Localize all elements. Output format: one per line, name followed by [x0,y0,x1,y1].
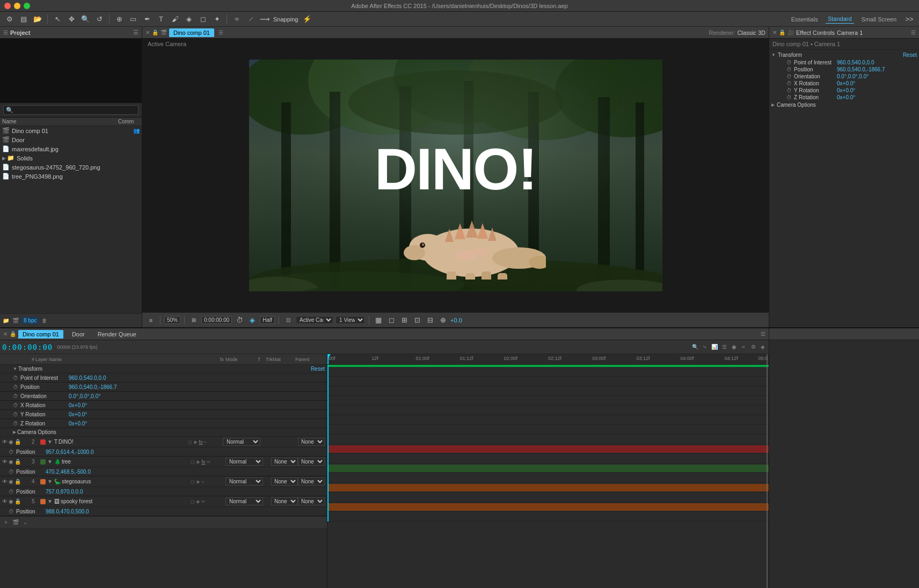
effects-menu-icon[interactable]: ☰ [911,30,916,35]
layer-2-pos-value[interactable]: 957.0,614.4,-1000.0 [46,449,94,455]
comp-ruler-icon[interactable]: ⊟ [425,315,435,326]
layer-3-expand-icon[interactable]: ▼ [47,459,53,465]
layer-2-shy-icon[interactable]: ☻ [193,439,198,445]
stopwatch-icon-orient[interactable]: ⏱ [786,74,792,79]
renderer-value[interactable]: Classic 3D [737,30,765,36]
eraser-tool-icon[interactable]: ◻ [198,14,208,25]
shape-tool-icon[interactable]: ▭ [128,14,138,25]
tl-comp-icon[interactable]: 🎬 [12,519,19,526]
layer-2-pos-stopwatch[interactable]: ⏱ [9,449,14,455]
motion-blur-icon[interactable]: ≈ [231,14,242,25]
layer-4-trkmat-select[interactable]: None [271,477,298,486]
layer-2-color-chip[interactable] [40,439,46,445]
pos-stopwatch[interactable]: ⏱ [13,384,18,390]
clone-tool-icon[interactable]: ◈ [184,14,194,25]
camera-options-expand-icon[interactable] [771,102,775,107]
dupe-icon[interactable]: ⟿ [259,14,270,25]
layer-3-pos-stopwatch[interactable]: ⏱ [9,469,14,475]
zoom-tool-icon[interactable]: 🔍 [80,14,91,25]
layer-4-visible-icon[interactable]: 👁 [2,479,8,484]
tl-motion-icon[interactable]: ≈ [740,343,747,351]
layer-3-pencil-icon[interactable]: ✏ [207,459,211,465]
close-button[interactable] [4,3,11,9]
timeline-tab-door[interactable]: Door [68,330,89,339]
pen-tool-icon[interactable]: ✒ [142,14,152,25]
poi-value[interactable]: 960.0,540.0,0.0 [69,375,106,381]
effects-close-icon[interactable]: ✕ [772,30,777,35]
layer-4-solo-icon[interactable]: ◉ [9,479,13,484]
layer-3-3d-icon[interactable]: ◻ [191,459,194,465]
transform-reset-btn[interactable]: Reset [903,52,917,58]
stopwatch-icon-pos[interactable]: ⏱ [786,67,792,72]
prop-val-xrot[interactable]: 0x+0.0° [837,80,855,86]
project-panel-menu-icon[interactable]: ☰ [133,29,138,36]
layer-3-shy-icon[interactable]: ☻ [195,459,200,465]
layer-3-solo-icon[interactable]: ◉ [9,459,13,465]
layer-2-3d-icon[interactable]: ◻ [188,439,192,445]
comp-clock-icon[interactable]: ⏱ [234,315,245,326]
layer-5-color-chip[interactable] [40,499,46,504]
file-item-door[interactable]: 🎬 Door [0,135,142,144]
tl-solo-icon[interactable]: ◈ [759,343,767,351]
layer-4-color-chip[interactable] [40,479,46,484]
snapping-toggle-icon[interactable]: ⚡ [302,14,312,25]
traffic-lights[interactable] [4,3,30,9]
stopwatch-icon-xrot[interactable]: ⏱ [786,80,792,86]
maximize-button[interactable] [24,3,30,9]
comp-tab-menu-icon[interactable]: ☰ [218,30,223,35]
cam-opts-chevron[interactable]: ▶ [13,430,16,435]
folder-expand-icon[interactable]: ▶ [2,156,6,161]
zoom-level[interactable]: 50% [164,316,180,324]
layer-2-lock-icon[interactable]: 🔒 [14,439,21,445]
new-comp-icon[interactable]: 🎬 [12,317,19,325]
layer-3-parent-select[interactable]: None [298,458,325,466]
tl-hide-icon[interactable]: ◉ [730,343,738,351]
comp-lock-icon[interactable]: 🔒 [152,30,158,35]
layer-5-expand-icon[interactable]: ▼ [47,498,53,504]
layer-3-trkmat-select[interactable]: None [271,458,298,466]
tl-search-icon[interactable]: 🔍 [691,343,699,351]
comp-grid-icon[interactable]: ⊞ [399,315,410,326]
text-tool-icon[interactable]: T [156,14,166,25]
open-icon[interactable]: 📂 [32,14,43,25]
puppet-tool-icon[interactable]: ✦ [211,14,222,25]
stopwatch-icon-zrot[interactable]: ⏱ [786,94,792,100]
tl-parent-icon[interactable]: ⤷ [701,343,709,351]
layer-5-pos-value[interactable]: 988.0,470.0,500.0 [46,509,89,514]
transform-expand-icon[interactable] [771,53,776,57]
layer-4-expand-icon[interactable]: ▼ [47,479,53,484]
track-bar-layer-5[interactable] [327,503,769,511]
new-folder-icon[interactable]: 📁 [2,317,10,325]
orient-stopwatch[interactable]: ⏱ [13,393,18,399]
layer-2-visible-icon[interactable]: 👁 [2,439,8,445]
tl-settings-icon[interactable]: ⚙ [749,343,757,351]
timeline-menu-icon[interactable]: ☰ [761,331,765,337]
poi-stopwatch[interactable]: ⏱ [13,375,18,381]
layer-5-shy-icon[interactable]: ☻ [195,499,200,504]
active-camera-select[interactable]: Active Camera [296,316,333,324]
view-count-select[interactable]: 1 View [335,316,365,324]
layer-5-visible-icon[interactable]: 👁 [2,498,8,504]
xrot-value[interactable]: 0x+0.0° [69,402,87,408]
layer-2-expand-icon[interactable]: ▼ [47,439,53,445]
project-settings-icon[interactable]: ⚙ [4,14,15,25]
layer-3-color-chip[interactable] [40,459,46,465]
track-bar-layer-3[interactable] [327,465,769,472]
rotation-tool-icon[interactable]: ↺ [94,14,105,25]
comp-frame-icon[interactable]: ⊞ [188,315,199,326]
comp-pixel-ratio-icon[interactable]: ▦ [373,315,384,326]
timeline-timecode[interactable]: 0:00:00:00 [2,343,53,351]
layer-4-mb-icon[interactable]: ≈ [201,479,204,484]
zrot-value[interactable]: 0x+0.0° [69,421,87,427]
project-search-input[interactable] [3,105,138,115]
layer-3-visible-icon[interactable]: 👁 [2,459,8,465]
track-bar-layer-2[interactable] [327,445,769,453]
layer-2-mb-icon[interactable]: ≈ [204,439,207,445]
prop-val-poi[interactable]: 960.0,540.0,0.0 [837,60,874,65]
layer-4-3d-icon[interactable]: ◻ [191,479,194,484]
comp-switch-icon[interactable]: ⊡ [283,315,294,326]
layer-5-3d-icon[interactable]: ◻ [191,499,194,504]
graph-icon[interactable]: ⟋ [245,14,256,25]
layer-5-parent-select[interactable]: None [298,497,325,505]
layer-5-solo-icon[interactable]: ◉ [9,498,13,504]
